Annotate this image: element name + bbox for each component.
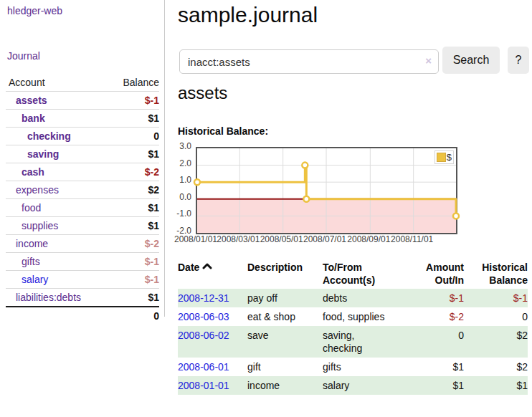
chart-title: Historical Balance:	[178, 125, 268, 137]
account-row: salary$-1	[6, 270, 159, 288]
account-link-supplies[interactable]: supplies	[6, 220, 58, 231]
y-axis-tick-label: 1.0	[158, 175, 191, 185]
accounts-column-header[interactable]: To/From Account(s)	[323, 258, 410, 289]
account-balance: $1	[148, 292, 159, 303]
account-link-cash[interactable]: cash	[6, 166, 44, 178]
account-row: liabilities:debts$1	[6, 288, 159, 306]
account-balance: $1	[148, 202, 159, 214]
legend-label: $	[447, 152, 452, 163]
register-header-row: Date Description To/From Account(s) Amou…	[178, 258, 528, 289]
transaction-amount: $1	[410, 358, 464, 376]
accounts-table-header: Account Balance	[6, 74, 159, 91]
x-axis-tick-label: 2008/05/01	[260, 234, 303, 244]
x-axis-tick-label: 2008/07/01	[303, 234, 346, 244]
description-column-header[interactable]: Description	[247, 258, 323, 289]
accounts-total-value: 0	[153, 310, 159, 322]
transaction-amount: $-1	[410, 289, 464, 307]
search-box: ×	[179, 49, 439, 74]
transaction-date-link[interactable]: 2008-06-01	[178, 361, 229, 373]
account-link-food[interactable]: food	[6, 202, 41, 214]
balance-column-header: Balance	[123, 77, 159, 88]
account-column-header: Account	[6, 77, 45, 88]
x-axis-tick-label: 2008/01/01	[174, 234, 217, 244]
account-row: gifts$-1	[6, 252, 159, 270]
account-balance: $-1	[145, 274, 159, 285]
transaction-description: eat & shop	[247, 307, 323, 326]
search-button[interactable]: Search	[442, 47, 500, 74]
chevron-up-icon	[202, 262, 212, 270]
account-balance: $-2	[145, 166, 159, 178]
balance-column-header-main[interactable]: Historical Balance	[464, 258, 528, 289]
y-axis-tick-label: -1.0	[158, 208, 191, 219]
search-input[interactable]	[186, 50, 419, 73]
transaction-balance: $2	[464, 326, 528, 358]
register-row: 2008-06-03eat & shopfood, supplies$-20	[178, 307, 528, 326]
transaction-accounts: food, supplies	[323, 307, 410, 326]
accounts-table: Account Balance assets$-1bank$1checking0…	[6, 74, 159, 325]
account-row: saving$1	[6, 145, 159, 163]
account-link-checking[interactable]: checking	[6, 130, 71, 142]
page-title: sample.journal	[178, 0, 318, 30]
app-title-link[interactable]: hledger-web	[7, 5, 62, 16]
y-axis-tick-label: 2.0	[158, 158, 191, 168]
transaction-description: gift	[247, 358, 323, 376]
account-balance: $2	[148, 184, 159, 196]
x-axis-tick-label: 2008/11/01	[391, 234, 433, 244]
accounts-total-row: 0	[6, 306, 159, 325]
y-axis-tick-label: 3.0	[158, 141, 191, 151]
transaction-accounts: saving, checking	[323, 326, 410, 358]
account-link-gifts[interactable]: gifts	[6, 256, 40, 267]
transaction-balance: $-1	[464, 289, 528, 307]
account-link-income[interactable]: income	[6, 238, 48, 249]
transaction-accounts: gifts	[323, 358, 410, 376]
account-balance: 0	[153, 130, 159, 142]
hledger-web-app: hledger-web Journal Account Balance asse…	[0, 0, 532, 417]
account-balance: $1	[148, 148, 159, 160]
transaction-date-link[interactable]: 2008-01-01	[178, 380, 229, 391]
clear-search-icon[interactable]: ×	[425, 54, 432, 67]
transaction-amount: 0	[410, 326, 464, 358]
chart-canvas	[197, 148, 456, 233]
account-balance: $-2	[145, 238, 159, 249]
account-link-expenses[interactable]: expenses	[6, 184, 59, 196]
legend-swatch-icon	[437, 153, 446, 162]
transaction-date-link[interactable]: 2008-06-02	[178, 330, 229, 341]
register-row: 2008-06-02savesaving, checking0$2	[178, 326, 528, 358]
account-link-saving[interactable]: saving	[6, 148, 59, 160]
sidebar-item-journal[interactable]: Journal	[7, 50, 40, 62]
transaction-description: pay off	[247, 289, 323, 307]
account-balance: $1	[148, 220, 159, 231]
account-row: bank$1	[6, 109, 159, 127]
account-row: cash$-2	[6, 163, 159, 181]
account-link-assets[interactable]: assets	[6, 95, 47, 106]
transaction-date-link[interactable]: 2008-12-31	[178, 292, 229, 304]
transaction-description: income	[247, 376, 323, 395]
register-row: 2008-06-01giftgifts$1$2	[178, 358, 528, 376]
account-row: supplies$1	[6, 216, 159, 234]
account-row: food$1	[6, 198, 159, 216]
account-row: assets$-1	[6, 91, 159, 109]
account-row: checking0	[6, 127, 159, 145]
x-axis-tick-label: 2008/09/01	[347, 234, 390, 244]
account-link-salary[interactable]: salary	[6, 274, 48, 285]
account-row: expenses$2	[6, 181, 159, 198]
transaction-date-link[interactable]: 2008-06-03	[178, 311, 229, 322]
account-link-liabilities-debts[interactable]: liabilities:debts	[6, 292, 81, 303]
transaction-balance: $2	[464, 358, 528, 376]
amount-column-header[interactable]: Amount Out/In	[410, 258, 464, 289]
account-link-bank[interactable]: bank	[6, 112, 45, 124]
transaction-accounts: salary	[323, 376, 410, 395]
chart-legend: $	[434, 150, 454, 164]
accounts-rows: assets$-1bank$1checking0saving$1cash$-2e…	[6, 91, 159, 306]
account-row: income$-2	[6, 234, 159, 252]
help-button[interactable]: ?	[508, 47, 529, 74]
transaction-balance: $1	[464, 376, 528, 395]
date-column-header[interactable]: Date	[178, 258, 247, 289]
sidebar: hledger-web Journal Account Balance asse…	[0, 0, 165, 317]
register-row: 2008-01-01incomesalary$1$1	[178, 376, 528, 395]
account-balance: $-1	[145, 95, 159, 106]
y-axis-tick-label: 0.0	[158, 192, 191, 202]
account-heading: assets	[178, 83, 227, 103]
transaction-balance: 0	[464, 307, 528, 326]
transaction-accounts: debts	[323, 289, 410, 307]
